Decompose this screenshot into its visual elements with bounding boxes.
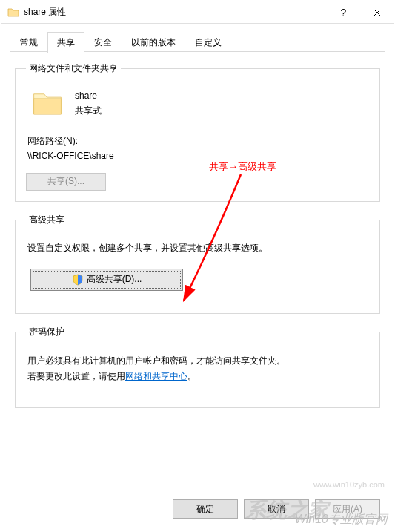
cancel-button[interactable]: 取消 — [244, 499, 309, 519]
help-button[interactable]: ? — [327, 1, 360, 24]
advanced-sharing-legend: 高级共享 — [26, 214, 67, 226]
tab-share[interactable]: 共享 — [47, 32, 84, 53]
password-desc-line2: 若要更改此设置，请使用网络和共享中心。 — [27, 369, 368, 385]
shield-icon — [72, 274, 84, 286]
network-path-value: \\RICK-OFFICE\share — [27, 148, 369, 163]
tab-security[interactable]: 安全 — [84, 32, 122, 53]
folder-icon — [7, 7, 19, 19]
password-protection-legend: 密码保护 — [26, 326, 67, 338]
folder-large-icon — [32, 90, 63, 116]
dialog-footer: 确定 取消 应用(A) — [1, 490, 394, 531]
apply-button[interactable]: 应用(A) — [315, 499, 380, 519]
password-desc-line1: 用户必须具有此计算机的用户帐户和密码，才能访问共享文件夹。 — [27, 353, 368, 370]
network-sharing-group: 网络文件和文件夹共享 share 共享式 网络路径(N): \\RICK-OFF… — [15, 62, 380, 202]
tab-bar: 常规 共享 安全 以前的版本 自定义 — [1, 24, 394, 52]
advanced-sharing-button[interactable]: 高级共享(D)... — [30, 269, 183, 291]
network-sharing-legend: 网络文件和文件夹共享 — [26, 62, 121, 75]
share-state: 共享式 — [75, 103, 102, 118]
tab-custom[interactable]: 自定义 — [185, 32, 231, 53]
advanced-sharing-group: 高级共享 设置自定义权限，创建多个共享，并设置其他高级共享选项。 高级共享(D)… — [15, 214, 380, 314]
tab-previous-versions[interactable]: 以前的版本 — [122, 32, 185, 53]
annotation-text: 共享→高级共享 — [209, 160, 276, 174]
ok-button[interactable]: 确定 — [173, 499, 238, 519]
titlebar: share 属性 ? — [1, 1, 394, 24]
network-path-label: 网络路径(N): — [27, 134, 369, 148]
share-button[interactable]: 共享(S)... — [26, 173, 106, 191]
window-title: share 属性 — [24, 6, 327, 19]
tab-content: 网络文件和文件夹共享 share 共享式 网络路径(N): \\RICK-OFF… — [1, 52, 394, 490]
tab-general[interactable]: 常规 — [10, 32, 47, 53]
advanced-sharing-button-label: 高级共享(D)... — [87, 273, 142, 286]
watermark-url-small: www.win10zyb.com — [313, 480, 385, 489]
password-protection-group: 密码保护 用户必须具有此计算机的用户帐户和密码，才能访问共享文件夹。 若要更改此… — [15, 326, 380, 408]
advanced-sharing-desc: 设置自定义权限，创建多个共享，并设置其他高级共享选项。 — [27, 241, 368, 255]
share-name: share — [75, 88, 102, 103]
close-button[interactable] — [360, 1, 394, 24]
network-center-link[interactable]: 网络和共享中心 — [125, 371, 187, 381]
